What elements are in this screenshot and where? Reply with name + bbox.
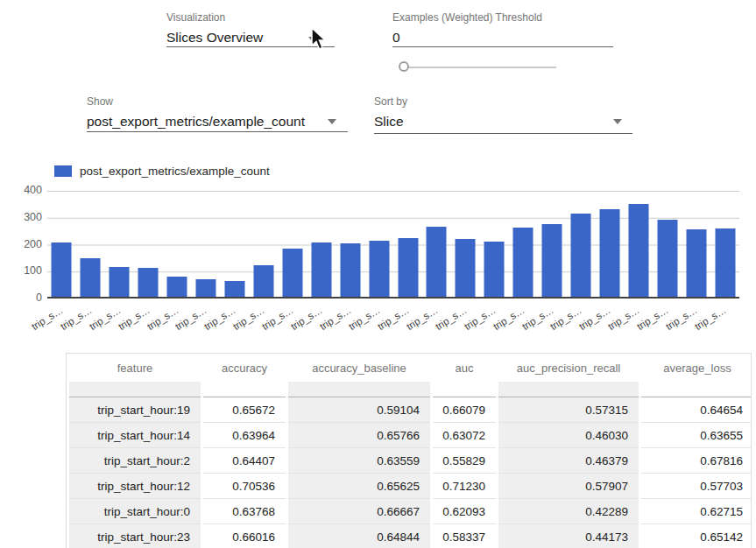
show-value: post_export_metrics/example_count (87, 114, 348, 130)
bar-7[interactable] (253, 265, 273, 297)
column-header-feature[interactable]: feature (69, 354, 201, 382)
cell-accuracy-baseline: 0.65625 (288, 474, 430, 499)
table-row: trip_start_hour:14 0.63964 0.65766 0.630… (69, 423, 752, 448)
bar-0[interactable] (52, 242, 72, 297)
bar-21[interactable] (657, 220, 677, 297)
metrics-table: feature accuracy accuracy_baseline auc a… (66, 353, 752, 548)
chart-legend: post_export_metrics/example_count (54, 165, 270, 178)
bar-23[interactable] (715, 228, 735, 297)
filter-cell (288, 382, 430, 397)
bar-8[interactable] (282, 249, 302, 297)
chevron-down-icon[interactable] (613, 119, 622, 124)
bar-1[interactable] (81, 258, 101, 297)
y-axis-tick: 100 (0, 264, 42, 277)
sort-by-underline (374, 133, 632, 134)
column-header-average-loss[interactable]: average_loss (641, 354, 752, 382)
slider-thumb[interactable] (399, 61, 409, 72)
cell-auc: 0.71230 (433, 474, 496, 499)
y-axis-tick: 400 (0, 184, 42, 196)
legend-swatch (54, 165, 72, 177)
bar-3[interactable] (138, 268, 159, 297)
cell-auc-precision-recall: 0.42289 (498, 499, 639, 524)
cell-average-loss: 0.67816 (641, 448, 752, 474)
y-axis-tick: 200 (0, 238, 42, 250)
x-axis-label: trip_s… (30, 305, 65, 332)
table-row: trip_start_hour:0 0.63768 0.66667 0.6209… (69, 499, 752, 524)
bar-20[interactable] (628, 204, 648, 297)
cell-average-loss: 0.65142 (641, 524, 752, 548)
cell-feature: trip_start_hour:0 (69, 499, 201, 524)
bar-15[interactable] (484, 242, 505, 297)
slider-track[interactable] (404, 67, 556, 68)
cell-auc: 0.63072 (433, 423, 496, 448)
visualization-label: Visualization (166, 11, 335, 24)
bar-14[interactable] (456, 239, 476, 297)
filter-cell (69, 382, 201, 397)
sort-by-value: Slice (374, 114, 632, 130)
table-header-row: feature accuracy accuracy_baseline auc a… (69, 354, 752, 382)
chevron-down-icon[interactable] (328, 119, 336, 124)
cell-feature: trip_start_hour:23 (69, 524, 201, 548)
bar-2[interactable] (110, 267, 130, 297)
filter-cell (498, 382, 639, 397)
y-axis: 4003002001000 (0, 191, 42, 299)
cell-feature: trip_start_hour:14 (69, 423, 201, 448)
bar-12[interactable] (398, 238, 418, 297)
bar-18[interactable] (571, 214, 591, 297)
x-axis: trip_s…trip_s…trip_s…trip_s…trip_s…trip_… (47, 301, 739, 341)
cell-accuracy: 0.64407 (203, 448, 286, 474)
visualization-underline (166, 46, 335, 47)
bar-5[interactable] (196, 279, 216, 297)
cell-average-loss: 0.63655 (641, 423, 752, 448)
bar-16[interactable] (513, 228, 533, 297)
bar-11[interactable] (369, 241, 389, 297)
cell-feature: trip_start_hour:2 (69, 448, 201, 474)
bar-13[interactable] (427, 227, 447, 297)
cell-average-loss: 0.64654 (641, 397, 752, 423)
cell-auc-precision-recall: 0.57315 (498, 397, 639, 423)
threshold-slider[interactable] (399, 60, 556, 75)
column-header-accuracy-baseline[interactable]: accuracy_baseline (288, 354, 430, 382)
threshold-input[interactable]: Examples (Weighted) Threshold 0 (392, 11, 613, 46)
filter-cell (203, 382, 286, 397)
cell-accuracy: 0.66016 (203, 524, 286, 548)
filter-cell (433, 382, 496, 397)
y-axis-tick: 0 (0, 292, 42, 304)
cell-accuracy: 0.70536 (203, 474, 286, 499)
show-select[interactable]: Show post_export_metrics/example_count (87, 95, 348, 130)
mouse-cursor (311, 27, 329, 52)
bar-6[interactable] (224, 281, 244, 297)
bar-10[interactable] (340, 243, 360, 297)
sort-by-label: Sort by (374, 95, 632, 108)
table-row: trip_start_hour:2 0.64407 0.63559 0.5582… (69, 448, 752, 474)
table-row: trip_start_hour:23 0.66016 0.64844 0.583… (69, 524, 752, 548)
bar-19[interactable] (599, 209, 619, 297)
sort-by-select[interactable]: Sort by Slice (374, 95, 632, 130)
cell-accuracy: 0.65672 (203, 397, 286, 423)
bar-22[interactable] (686, 229, 706, 297)
cell-accuracy-baseline: 0.64844 (288, 524, 430, 548)
cell-accuracy: 0.63964 (203, 423, 286, 448)
threshold-underline (392, 46, 613, 47)
table-row: trip_start_hour:12 0.70536 0.65625 0.712… (69, 474, 752, 499)
cell-accuracy-baseline: 0.59104 (288, 397, 430, 423)
cell-auc-precision-recall: 0.46030 (498, 423, 639, 448)
cell-auc-precision-recall: 0.46379 (498, 448, 639, 474)
cell-accuracy-baseline: 0.63559 (288, 448, 430, 474)
column-header-auc[interactable]: auc (433, 354, 496, 382)
show-underline (87, 131, 348, 132)
show-label: Show (87, 95, 348, 108)
column-header-auc-precision-recall[interactable]: auc_precision_recall (498, 354, 639, 382)
table-filter-row (69, 382, 752, 397)
column-header-accuracy[interactable]: accuracy (203, 354, 286, 382)
bar-9[interactable] (311, 242, 331, 297)
filter-cell (641, 382, 752, 397)
threshold-label: Examples (Weighted) Threshold (392, 11, 613, 24)
bar-chart (47, 191, 739, 299)
cell-accuracy: 0.63768 (203, 499, 286, 524)
bar-4[interactable] (167, 277, 187, 297)
cell-auc: 0.55829 (433, 448, 496, 474)
cell-auc-precision-recall: 0.44173 (498, 524, 639, 548)
bar-17[interactable] (542, 224, 562, 297)
cell-feature: trip_start_hour:12 (69, 474, 201, 499)
